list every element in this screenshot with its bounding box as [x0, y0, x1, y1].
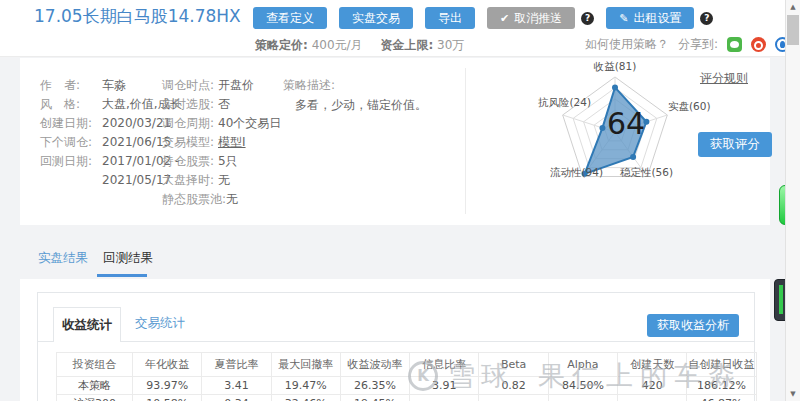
info-row: 交易模型:模型I — [162, 133, 312, 152]
info-value: 开盘价 — [218, 76, 254, 95]
table-cell: 0.82 — [479, 377, 548, 395]
table-header-cell: 最大回撤率 — [271, 353, 340, 377]
scrollbar-thumb[interactable] — [787, 15, 799, 45]
table-cell: - — [410, 395, 479, 401]
info-value: 2020/03/21 — [102, 114, 171, 133]
overall-score: 64 — [607, 106, 645, 141]
radar-axis-label: 稳定性(56) — [620, 166, 673, 180]
wechat-icon[interactable] — [727, 37, 742, 52]
info-row: 大盘择时:无 — [162, 171, 312, 190]
capital-value: 30万 — [437, 38, 464, 52]
info-column-description: 策略描述: 多看，少动，锚定价值。 — [283, 76, 458, 115]
info-label: 创建日期: — [40, 114, 102, 133]
stats-box: 收益统计 交易统计 获取收益分析 投资组合年化收益夏普比率最大回撤率收益波动率信… — [37, 292, 755, 401]
divider — [465, 68, 466, 214]
info-label: 持仓股票: — [162, 152, 218, 171]
radar-axis-label: 抗风险(24) — [538, 96, 591, 110]
edit-icon: ✎ — [619, 12, 628, 25]
table-cell: 3.41 — [202, 377, 271, 395]
description-text: 多看，少动，锚定价值。 — [283, 96, 458, 115]
radar-axis-label: 流动性(94) — [550, 166, 603, 180]
info-value: 40个交易日 — [218, 114, 281, 133]
subtab-trade-stats[interactable]: 交易统计 — [135, 315, 185, 332]
table-header-cell: 年化收益 — [133, 353, 202, 377]
help-icon[interactable]: ? — [700, 12, 713, 25]
table-cell: 46.87% — [687, 395, 756, 401]
table-header-cell: 信息比率 — [410, 353, 479, 377]
table-cell: - — [618, 395, 687, 401]
subtab-income-stats[interactable]: 收益统计 — [53, 307, 121, 342]
results-panel: 收益统计 交易统计 获取收益分析 投资组合年化收益夏普比率最大回撤率收益波动率信… — [20, 279, 770, 401]
header-button-row: 查看定义 实盘交易 导出 ✔取消推送 ? ✎出租设置 ? — [253, 7, 713, 29]
rating-rules-link[interactable]: 评分规则 — [700, 70, 748, 87]
table-row: 沪深30010.58%0.3432.46%19.45%----46.87% — [57, 395, 757, 401]
table-cell: 93.97% — [133, 377, 202, 395]
get-income-analysis-button[interactable]: 获取收益分析 — [647, 314, 739, 337]
info-value: 无 — [218, 171, 230, 190]
strategy-page: 17.05长期白马股14.78HX 查看定义 实盘交易 导出 ✔取消推送 ? ✎… — [0, 0, 800, 401]
table-header-cell: 自创建日收益 — [687, 353, 756, 377]
info-value-link[interactable]: 模型I — [218, 133, 246, 152]
info-value: 否 — [218, 95, 230, 114]
view-definition-button[interactable]: 查看定义 — [253, 7, 327, 29]
performance-table: 投资组合年化收益夏普比率最大回撤率收益波动率信息比率BetaAlpha创建天数自… — [56, 352, 757, 401]
info-label: 风 格: — [40, 95, 102, 114]
capital-label: 资金上限: — [380, 38, 433, 52]
info-label: 下个调仓: — [40, 133, 102, 152]
help-icon[interactable]: ? — [581, 12, 594, 25]
table-header-cell: 收益波动率 — [340, 353, 409, 377]
info-value: 5只 — [218, 152, 238, 171]
table-cell: 19.47% — [271, 377, 340, 395]
pricing-label: 策略定价: — [255, 38, 308, 52]
description-label: 策略描述: — [283, 76, 458, 95]
table-cell: - — [548, 395, 617, 401]
table-cell: 26.35% — [340, 377, 409, 395]
info-label: 调仓时点: — [162, 76, 218, 95]
table-cell: 0.34 — [202, 395, 271, 401]
info-row: 持仓股票:5只 — [162, 152, 312, 171]
weibo-icon[interactable] — [751, 37, 766, 52]
strategy-title: 17.05长期白马股14.78HX — [34, 5, 241, 28]
table-row: 本策略93.97%3.4119.47%26.35%3.910.8284.50%4… — [57, 377, 757, 395]
active-tab-underline — [97, 274, 147, 277]
table-header-cell: Beta — [479, 353, 548, 377]
cancel-push-button[interactable]: ✔取消推送 — [487, 7, 575, 29]
pricing-value: 400元/月 — [312, 38, 363, 52]
rent-settings-button[interactable]: ✎出租设置 — [606, 7, 694, 29]
live-trading-button[interactable]: 实盘交易 — [339, 7, 413, 29]
radar-axis-label: 实盘(60) — [668, 100, 711, 114]
get-score-button[interactable]: 获取评分 — [698, 132, 772, 157]
table-header-cell: 创建天数 — [618, 353, 687, 377]
divider — [38, 341, 754, 342]
row-label: 沪深300 — [57, 395, 133, 401]
radar-axis-label: 收益(81) — [594, 60, 637, 74]
table-cell: 186.12% — [687, 377, 756, 395]
table-header-cell: Alpha — [548, 353, 617, 377]
info-label: 交易模型: — [162, 133, 218, 152]
scroll-up-arrow-icon[interactable]: ▲ — [786, 1, 800, 13]
table-header-cell: 投资组合 — [57, 353, 133, 377]
scrollbar-track[interactable]: ▲ ▼ — [785, 0, 800, 401]
info-row: 静态股票池:无 — [162, 190, 312, 209]
check-icon: ✔ — [500, 12, 509, 25]
table-cell: 3.91 — [410, 377, 479, 395]
info-label: 作 者: — [40, 76, 102, 95]
info-label: 实时选股: — [162, 95, 218, 114]
table-cell: 32.46% — [271, 395, 340, 401]
scroll-down-arrow-icon[interactable]: ▼ — [786, 388, 800, 400]
info-label: 大盘择时: — [162, 171, 218, 190]
table-cell: - — [479, 395, 548, 401]
tab-live-results[interactable]: 实盘结果 — [38, 250, 88, 267]
table-cell: 84.50% — [548, 377, 617, 395]
table-cell: 420 — [618, 377, 687, 395]
how-to-use-link[interactable]: 如何使用策略？ — [585, 36, 669, 53]
export-button[interactable]: 导出 — [425, 7, 475, 29]
tab-backtest-results[interactable]: 回测结果 — [103, 250, 153, 267]
table-cell: 10.58% — [133, 395, 202, 401]
table-header-cell: 夏普比率 — [202, 353, 271, 377]
info-row: 调仓周期:40个交易日 — [162, 114, 312, 133]
table-cell: 19.45% — [340, 395, 409, 401]
info-label: 回测日期: — [40, 152, 102, 171]
info-label: 调仓周期: — [162, 114, 218, 133]
info-value: 车淼 — [102, 76, 126, 95]
